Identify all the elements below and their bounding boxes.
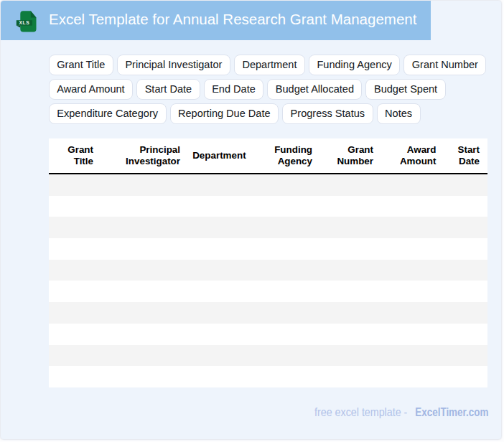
svg-text:XLS: XLS <box>19 20 29 25</box>
